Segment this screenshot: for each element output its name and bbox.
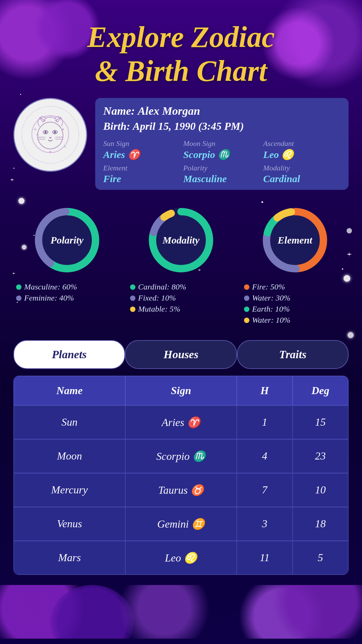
svg-text:+: + <box>64 144 66 149</box>
cell-house-1: 4 <box>237 439 292 473</box>
legend-water2: Water: 10% <box>244 316 349 325</box>
legend-mutable: Mutable: 5% <box>130 305 235 314</box>
cell-deg-0: 15 <box>293 406 348 439</box>
legend-fire: Fire: 50% <box>244 282 349 291</box>
polarity-cell: Polarity Masculine <box>183 164 261 184</box>
table-row: Mercury Taurus ♉ 7 10 <box>14 473 348 507</box>
cell-name-3: Venus <box>14 507 125 541</box>
polarity-donut: Polarity <box>30 203 104 277</box>
modality-chart-card: Modality Cardinal: 80% Fixed: 10% Mutabl… <box>127 203 235 327</box>
cell-sign-0: Aries ♈ <box>125 406 237 439</box>
element-legend: Fire: 50% Water: 30% Earth: 10% Water: 1… <box>241 282 349 327</box>
profile-name-row: Name: Alex Morgan <box>103 105 341 117</box>
table-header: Name Sign H Deg <box>14 376 348 405</box>
cell-deg-1: 23 <box>293 439 348 473</box>
cell-house-4: 11 <box>237 541 292 575</box>
tab-planets[interactable]: Planets <box>13 340 125 369</box>
legend-feminine: Feminine: 40% <box>16 293 121 303</box>
svg-text:✦: ✦ <box>61 127 65 132</box>
polarity-chart-card: Polarity Masculine: 60% Feminine: 40% <box>13 203 121 327</box>
svg-point-2 <box>38 122 63 149</box>
modality-chart-label: Modality <box>158 234 204 246</box>
sun-sign-cell: Sun Sign Aries ♈ <box>103 139 181 160</box>
cell-sign-1: Scorpio ♏ <box>125 439 237 473</box>
table-row: Venus Gemini ♊ 3 18 <box>14 507 348 541</box>
element-cell: Element Fire <box>103 164 181 184</box>
profile-grid: Sun Sign Aries ♈ Moon Sign Scorpio ♏ Asc… <box>103 139 341 184</box>
modality-cell: Modality Cardinal <box>263 164 341 184</box>
svg-text:✦: ✦ <box>36 132 40 138</box>
legend-fixed: Fixed: 10% <box>130 293 235 303</box>
tab-traits[interactable]: Traits <box>237 340 349 369</box>
svg-text:✦: ✦ <box>49 150 52 154</box>
col-name: Name <box>14 376 125 405</box>
col-sign: Sign <box>125 376 237 405</box>
element-chart-card: Element Fire: 50% Water: 30% Earth: 10% <box>241 203 349 327</box>
legend-water1: Water: 30% <box>244 293 349 303</box>
col-deg: Deg <box>293 376 348 405</box>
tabs-row: Planets Houses Traits <box>13 340 349 369</box>
cell-sign-2: Taurus ♉ <box>125 473 237 507</box>
cell-house-0: 1 <box>237 406 292 439</box>
cell-name-0: Sun <box>14 406 125 439</box>
cell-sign-3: Gemini ♊ <box>125 507 237 541</box>
table-row: Mars Leo ♌ 11 5 <box>14 541 348 575</box>
page-title: Explore Zodiac & Birth Chart <box>13 20 349 88</box>
profile-section: ✦ ✦ ✦ ✧ + + Name: Alex Morgan Birth: Apr… <box>13 98 349 190</box>
zodiac-symbol-circle: ✦ ✦ ✦ ✧ + + <box>13 98 87 172</box>
table-body: Sun Aries ♈ 1 15 Moon Scorpio ♏ 4 23 Mer… <box>14 405 348 575</box>
cell-deg-3: 18 <box>293 507 348 541</box>
modality-donut: Modality <box>144 203 218 277</box>
legend-cardinal: Cardinal: 80% <box>130 282 235 291</box>
tabs-section: Planets Houses Traits Name Sign H Deg Su… <box>13 340 349 575</box>
legend-masculine: Masculine: 60% <box>16 282 121 291</box>
profile-birth-row: Birth: April 15, 1990 (3:45 PM) <box>103 120 341 132</box>
cell-sign-4: Leo ♌ <box>125 541 237 575</box>
charts-section: Polarity Masculine: 60% Feminine: 40% <box>13 203 349 327</box>
modality-legend: Cardinal: 80% Fixed: 10% Mutable: 5% <box>127 282 235 316</box>
table-row: Sun Aries ♈ 1 15 <box>14 405 348 439</box>
svg-point-5 <box>45 131 47 133</box>
ascendant-cell: Ascendant Leo ♌ <box>263 139 341 160</box>
element-donut: Element <box>258 203 332 277</box>
cell-name-1: Moon <box>14 439 125 473</box>
planets-table: Name Sign H Deg Sun Aries ♈ 1 15 Moon Sc… <box>13 376 349 575</box>
table-row: Moon Scorpio ♏ 4 23 <box>14 439 348 473</box>
cell-name-4: Mars <box>14 541 125 575</box>
polarity-legend: Masculine: 60% Feminine: 40% <box>13 282 121 305</box>
svg-text:✧: ✧ <box>49 114 52 118</box>
cell-deg-2: 10 <box>293 473 348 507</box>
moon-sign-cell: Moon Sign Scorpio ♏ <box>183 139 261 160</box>
tab-houses[interactable]: Houses <box>125 340 237 369</box>
cell-house-2: 7 <box>237 473 292 507</box>
cell-deg-4: 5 <box>293 541 348 575</box>
cell-name-2: Mercury <box>14 473 125 507</box>
profile-info-card: Name: Alex Morgan Birth: April 15, 1990 … <box>95 98 349 190</box>
element-chart-label: Element <box>272 234 318 246</box>
svg-text:+: + <box>34 126 37 133</box>
col-house: H <box>237 376 292 405</box>
legend-earth: Earth: 10% <box>244 305 349 314</box>
polarity-chart-label: Polarity <box>44 234 90 246</box>
page-title-section: Explore Zodiac & Birth Chart <box>13 0 349 98</box>
cell-house-3: 3 <box>237 507 292 541</box>
svg-point-6 <box>54 131 56 133</box>
leo-icon: ✦ ✦ ✦ ✧ + + <box>20 105 80 165</box>
